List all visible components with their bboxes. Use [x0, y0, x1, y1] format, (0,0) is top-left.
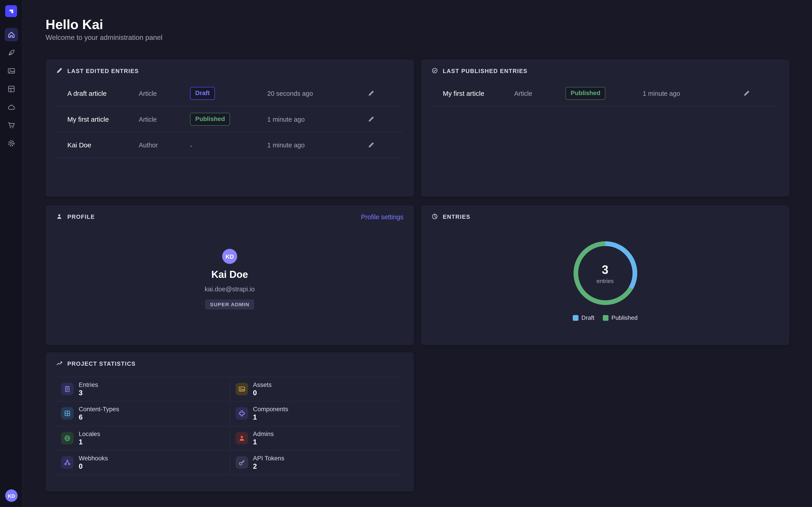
sidebar-item-media-library[interactable] [4, 64, 18, 78]
legend-swatch [603, 315, 608, 321]
last-edited-entries-card: LAST EDITED ENTRIES A draft article Arti… [46, 59, 414, 196]
entries-card: ENTRIES 3 entries Draft Published [421, 205, 789, 345]
page-subtitle: Welcome to your administration panel [46, 34, 162, 41]
sidebar-item-content-manager[interactable] [4, 46, 18, 59]
strapi-logo-icon [7, 7, 15, 15]
card-header: LAST PUBLISHED ENTRIES [421, 59, 789, 74]
entry-name: My first article [443, 90, 514, 97]
entry-kind: Article [139, 116, 190, 123]
stat-label: Locales [79, 431, 100, 438]
project-statistics-card: PROJECT STATISTICS Entries3 Assets0 Cont… [46, 352, 414, 492]
entry-name: A draft article [67, 90, 139, 97]
card-header: ENTRIES [421, 205, 789, 220]
page-title: Hello Kai [46, 16, 103, 33]
avatar: KD [222, 249, 237, 264]
profile-card: PROFILE Profile settings KD Kai Doe kai.… [46, 205, 414, 345]
content-manager-icon [7, 49, 15, 57]
edit-entry-button[interactable] [741, 88, 752, 99]
stat-value: 1 [253, 413, 288, 421]
person-icon [56, 213, 63, 220]
sidebar: KD [0, 0, 23, 507]
sidebar-nav [4, 28, 18, 150]
stat-locales: Locales1 [56, 426, 230, 451]
last-published-entries-card: LAST PUBLISHED ENTRIES My first article … [421, 59, 789, 196]
card-title: LAST PUBLISHED ENTRIES [443, 68, 527, 74]
sidebar-item-marketplace[interactable] [4, 118, 18, 132]
pencil-icon [368, 116, 374, 123]
strapi-logo[interactable] [5, 5, 17, 17]
edit-entry-button[interactable] [366, 140, 376, 151]
sidebar-item-cloud[interactable] [4, 100, 18, 114]
trend-up-icon [56, 360, 63, 367]
stat-components: Components1 [230, 402, 403, 426]
legend-swatch [573, 315, 578, 321]
entry-kind: Article [514, 90, 565, 97]
card-header: PROJECT STATISTICS [46, 352, 414, 367]
api-tokens-icon [235, 456, 248, 469]
pie-chart-icon [432, 213, 438, 220]
stat-value: 0 [79, 463, 108, 470]
table-row[interactable]: My first article Article Published 1 min… [432, 81, 779, 107]
stat-label: Webhooks [79, 455, 108, 462]
strapi-admin-app: KD Hello Kai Welcome to your administrat… [0, 0, 812, 507]
role-badge: SUPER ADMIN [205, 299, 254, 309]
last-edited-table: A draft article Article Draft 20 seconds… [56, 81, 404, 158]
entry-name: My first article [67, 115, 139, 123]
card-header: LAST EDITED ENTRIES [46, 59, 414, 74]
stat-admins: Admins1 [230, 426, 403, 451]
entry-time: 1 minute ago [267, 116, 366, 123]
profile-email: kai.doe@strapi.io [205, 285, 255, 293]
check-circle-icon [432, 67, 438, 74]
entries-donut-chart: 3 entries [569, 237, 641, 309]
stat-label: Content-Types [79, 406, 119, 413]
entry-kind: Article [139, 90, 190, 97]
edit-entry-button[interactable] [366, 88, 376, 99]
sidebar-item-content-type-builder[interactable] [4, 82, 18, 96]
card-title: ENTRIES [443, 213, 470, 220]
webhooks-icon [61, 456, 73, 469]
components-icon [235, 407, 248, 420]
edit-entry-button[interactable] [366, 114, 376, 125]
sidebar-item-home[interactable] [4, 28, 18, 42]
settings-icon [7, 139, 15, 148]
entry-kind: Author [139, 142, 190, 149]
profile-body: KD Kai Doe kai.doe@strapi.io SUPER ADMIN [46, 249, 414, 309]
stat-content-types: Content-Types6 [56, 402, 230, 426]
status-badge: Draft [190, 87, 215, 100]
profile-settings-link[interactable]: Profile settings [361, 214, 403, 221]
table-row[interactable]: A draft article Article Draft 20 seconds… [56, 81, 404, 107]
entry-time: 1 minute ago [643, 90, 741, 97]
stat-value: 0 [253, 389, 272, 397]
entry-time: 20 seconds ago [267, 90, 366, 97]
entry-status: Draft [190, 87, 267, 100]
stat-webhooks: Webhooks0 [56, 450, 230, 475]
stat-value: 6 [79, 413, 119, 421]
locales-icon [61, 432, 73, 444]
stat-entries: Entries3 [56, 377, 230, 402]
legend-label: Published [611, 315, 638, 321]
stat-value: 1 [79, 438, 100, 446]
table-row[interactable]: My first article Article Published 1 min… [56, 107, 404, 132]
user-avatar[interactable]: KD [5, 490, 17, 502]
marketplace-icon [7, 121, 15, 129]
stat-value: 2 [253, 463, 285, 470]
stat-label: API Tokens [253, 455, 285, 462]
entries-icon [61, 383, 73, 395]
stat-label: Entries [79, 381, 98, 389]
stat-label: Components [253, 406, 288, 413]
pencil-icon [368, 90, 374, 97]
entries-count: 3 [602, 263, 608, 277]
pencil-icon [56, 67, 63, 74]
content-type-builder-icon [7, 85, 15, 93]
pencil-icon [743, 90, 750, 97]
sidebar-item-settings[interactable] [4, 136, 18, 150]
stat-label: Admins [253, 431, 274, 438]
entry-status: Published [190, 113, 267, 125]
stats-grid: Entries3 Assets0 Content-Types6 Componen… [56, 377, 404, 475]
stat-api-tokens: API Tokens2 [230, 450, 403, 475]
table-row[interactable]: Kai Doe Author - 1 minute ago [56, 132, 404, 158]
media-library-icon [7, 67, 15, 75]
profile-name: Kai Doe [211, 269, 248, 281]
entry-status: - [190, 140, 267, 150]
legend-label: Draft [581, 315, 594, 321]
